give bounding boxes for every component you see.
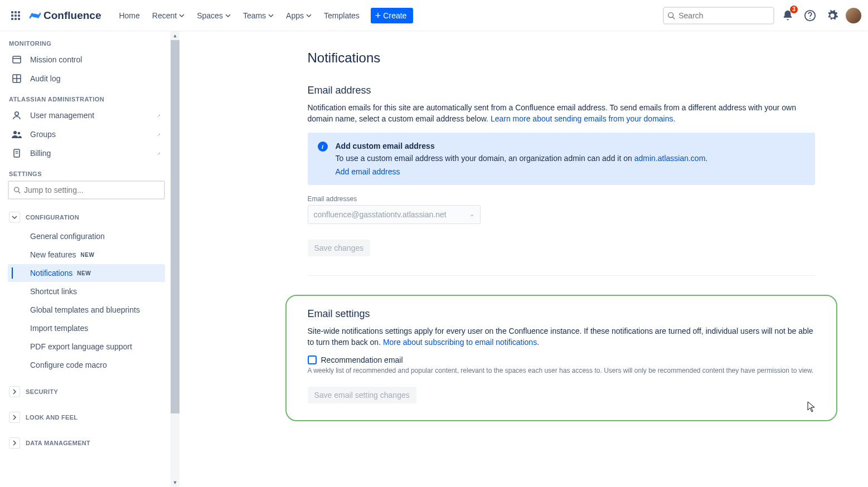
create-button[interactable]: +Create (371, 8, 414, 23)
svg-point-20 (18, 132, 21, 135)
nav-links: Home Recent Spaces Teams Apps Templates … (113, 8, 413, 23)
scroll-up-icon[interactable]: ▲ (171, 31, 180, 40)
svg-rect-7 (14, 18, 17, 20)
sidebar-item-mission-control[interactable]: Mission control (8, 50, 165, 69)
notifications-icon[interactable]: 3 (779, 7, 797, 25)
document-icon (11, 148, 22, 158)
tree-item-pdf-export[interactable]: PDF export language support (8, 338, 165, 355)
svg-rect-0 (11, 11, 13, 13)
save-email-settings-button[interactable]: Save email setting changes (308, 387, 416, 403)
search-input[interactable] (678, 11, 770, 20)
app-switcher-icon[interactable] (7, 7, 25, 25)
recommendation-label: Recommendation email (321, 355, 403, 364)
tree-security[interactable]: SECURITY (8, 384, 165, 400)
chevron-down-icon (225, 13, 231, 18)
save-changes-button[interactable]: Save changes (308, 240, 371, 256)
sidebar-scrollbar[interactable]: ▲ ▼ (171, 31, 180, 487)
search-icon (667, 11, 675, 20)
more-about-link[interactable]: More about subscribing to email notifica… (383, 338, 537, 347)
tree-item-shortcut-links[interactable]: Shortcut links (8, 283, 165, 300)
external-link-icon: ↑ (156, 131, 162, 137)
sidebar-item-user-management[interactable]: User management ↑ (8, 106, 165, 125)
svg-rect-8 (18, 18, 20, 20)
external-link-icon: ↑ (156, 150, 162, 156)
jump-input[interactable] (24, 186, 159, 194)
help-icon[interactable] (801, 7, 819, 25)
settings-icon[interactable] (823, 7, 841, 25)
chevron-down-icon (9, 212, 20, 223)
top-navigation: Confluence Home Recent Spaces Teams Apps… (0, 0, 868, 31)
section-monitoring: MONITORING (9, 40, 165, 47)
info-panel: i Add custom email address To use a cust… (308, 133, 815, 185)
chevron-down-icon (179, 13, 185, 18)
tree-item-code-macro[interactable]: Configure code macro (8, 356, 165, 374)
scroll-down-icon[interactable]: ▼ (171, 478, 180, 487)
chevron-right-icon (9, 412, 20, 423)
svg-point-12 (809, 18, 811, 19)
tree-data-management[interactable]: DATA MANAGEMENT (8, 435, 165, 451)
tree-item-new-features[interactable]: New featuresNEW (8, 246, 165, 264)
confluence-logo[interactable]: Confluence (27, 9, 103, 22)
svg-rect-3 (11, 14, 13, 17)
recommendation-checkbox[interactable] (308, 355, 317, 364)
logo-text: Confluence (43, 9, 101, 22)
global-search[interactable] (663, 7, 774, 25)
user-icon (11, 110, 22, 120)
nav-spaces[interactable]: Spaces (191, 8, 236, 23)
svg-point-18 (15, 112, 18, 115)
card-icon (11, 55, 22, 65)
sidebar-item-groups[interactable]: Groups ↑ (8, 125, 165, 144)
chevron-down-icon (268, 13, 274, 18)
nav-teams[interactable]: Teams (237, 8, 279, 23)
plus-icon: + (375, 12, 381, 20)
nav-templates[interactable]: Templates (318, 8, 365, 23)
scrollbar-thumb[interactable] (171, 40, 180, 413)
nav-home[interactable]: Home (113, 8, 145, 23)
admin-link[interactable]: admin.atlassian.com (634, 154, 706, 163)
add-email-link[interactable]: Add email address (336, 167, 400, 176)
tree-item-notifications[interactable]: NotificationsNEW (8, 264, 165, 282)
email-settings-highlight: Email settings Site-wide notifications s… (285, 295, 837, 422)
sidebar-item-billing[interactable]: Billing ↑ (8, 144, 165, 163)
svg-rect-4 (14, 14, 17, 17)
info-icon: i (318, 142, 328, 152)
email-address-select[interactable]: confluence@gasstationtv.atlassian.net ⌄ (308, 205, 481, 224)
grid-icon (11, 74, 22, 84)
tree-item-import-templates[interactable]: Import templates (8, 319, 165, 337)
email-addresses-label: Email addresses (308, 195, 815, 203)
svg-rect-5 (18, 14, 20, 17)
tree-look-and-feel[interactable]: LOOK AND FEEL (8, 410, 165, 425)
notification-badge: 3 (790, 6, 798, 13)
chevron-down-icon: ⌄ (469, 211, 474, 218)
nav-recent[interactable]: Recent (147, 8, 190, 23)
main-content: Notifications Email address Notification… (180, 31, 868, 487)
email-address-description: Notification emails for this site are au… (308, 102, 815, 125)
svg-point-24 (14, 187, 19, 192)
learn-more-link[interactable]: Learn more about sending emails from you… (491, 114, 676, 123)
confluence-mark-icon (29, 9, 41, 22)
section-settings: SETTINGS (9, 171, 165, 177)
svg-line-10 (673, 17, 675, 19)
cursor-icon (807, 401, 815, 412)
tree-item-global-templates[interactable]: Global templates and blueprints (8, 301, 165, 319)
section-email-address: Email address (308, 85, 815, 96)
info-body: To use a custom email address with your … (336, 154, 806, 163)
page-title: Notifications (308, 50, 815, 66)
nav-left: Confluence Home Recent Spaces Teams Apps… (7, 7, 413, 25)
sidebar: MONITORING Mission control Audit log ATL… (0, 31, 171, 487)
svg-rect-13 (13, 56, 21, 63)
user-avatar[interactable] (846, 8, 861, 23)
search-icon (13, 186, 21, 194)
chevron-down-icon (306, 13, 312, 18)
tree-item-general-config[interactable]: General configuration (8, 227, 165, 245)
jump-to-setting[interactable] (8, 181, 165, 199)
recommendation-helper: A weekly list of recommended and popular… (308, 367, 815, 374)
group-icon (11, 129, 22, 139)
info-title: Add custom email address (336, 142, 806, 150)
email-settings-description: Site-wide notifications settings apply f… (308, 325, 815, 348)
divider (308, 275, 815, 276)
sidebar-item-audit-log[interactable]: Audit log (8, 69, 165, 88)
section-admin: ATLASSIAN ADMINISTRATION (9, 96, 165, 103)
tree-configuration[interactable]: CONFIGURATION (8, 210, 165, 225)
nav-apps[interactable]: Apps (280, 8, 317, 23)
